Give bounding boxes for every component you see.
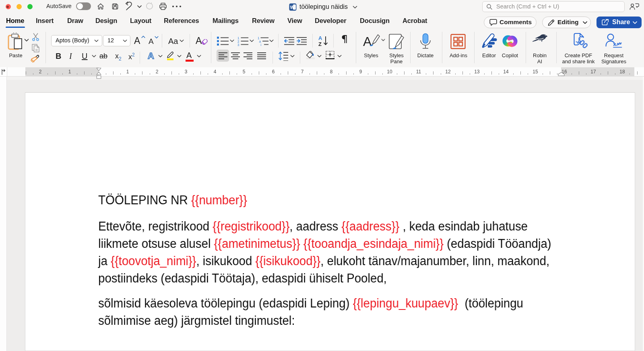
svg-text:Z: Z <box>318 41 322 47</box>
svg-text:3: 3 <box>237 43 239 46</box>
svg-text:A: A <box>363 34 372 49</box>
svg-text:W: W <box>290 5 295 10</box>
svg-text:A: A <box>318 35 322 41</box>
svg-text:i: i <box>260 43 261 46</box>
